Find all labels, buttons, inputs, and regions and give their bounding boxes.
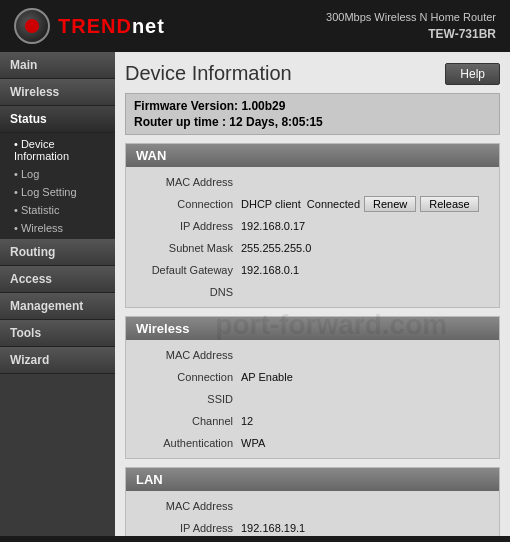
help-button[interactable]: Help bbox=[445, 63, 500, 85]
wl-mac-row: MAC Address bbox=[126, 344, 499, 366]
logo-icon bbox=[14, 8, 50, 44]
wireless-section-content: MAC Address Connection AP Enable SSID Ch… bbox=[126, 340, 499, 458]
wan-section-title: WAN bbox=[126, 144, 499, 167]
wl-ssid-row: SSID bbox=[126, 388, 499, 410]
sidebar: Main Wireless Status Device Information … bbox=[0, 52, 115, 536]
content-wrapper: Device Information Help Firmware Version… bbox=[125, 62, 500, 536]
sidebar-sub-status: Device Information Log Log Setting Stati… bbox=[0, 133, 115, 239]
sidebar-subitem-statistic[interactable]: Statistic bbox=[0, 201, 115, 219]
lan-section-content: MAC Address IP Address 192.168.19.1 Subn… bbox=[126, 491, 499, 536]
logo-text: TRENDnet bbox=[58, 15, 165, 38]
wl-auth-value: WPA bbox=[241, 437, 265, 449]
main-layout: Main Wireless Status Device Information … bbox=[0, 52, 510, 536]
wl-ssid-label: SSID bbox=[126, 393, 241, 405]
wan-dns-label: DNS bbox=[126, 286, 241, 298]
sidebar-subitem-wireless[interactable]: Wireless bbox=[0, 219, 115, 237]
content-header: Device Information Help bbox=[125, 62, 500, 85]
product-name: 300Mbps Wireless N Home Router bbox=[326, 9, 496, 26]
sidebar-item-tools[interactable]: Tools bbox=[0, 320, 115, 347]
lan-ip-label: IP Address bbox=[126, 522, 241, 534]
wan-gateway-value: 192.168.0.1 bbox=[241, 264, 299, 276]
renew-button[interactable]: Renew bbox=[364, 196, 416, 212]
wl-auth-row: Authentication WPA bbox=[126, 432, 499, 454]
footer: Copyright © 2011 TRENDnet. All Rights Re… bbox=[0, 536, 510, 542]
content-area: Device Information Help Firmware Version… bbox=[115, 52, 510, 536]
uptime-label: Router up time : bbox=[134, 115, 226, 129]
wan-subnet-row: Subnet Mask 255.255.255.0 bbox=[126, 237, 499, 259]
lan-mac-row: MAC Address bbox=[126, 495, 499, 517]
wl-connection-value: AP Enable bbox=[241, 371, 293, 383]
wireless-section: Wireless MAC Address Connection AP Enabl… bbox=[125, 316, 500, 459]
sidebar-subitem-log-setting[interactable]: Log Setting bbox=[0, 183, 115, 201]
lan-section-title: LAN bbox=[126, 468, 499, 491]
wl-connection-label: Connection bbox=[126, 371, 241, 383]
uptime-info: Router up time : 12 Days, 8:05:15 bbox=[134, 114, 491, 130]
lan-mac-label: MAC Address bbox=[126, 500, 241, 512]
firmware-value: 1.00b29 bbox=[241, 99, 285, 113]
wl-channel-label: Channel bbox=[126, 415, 241, 427]
wan-subnet-value: 255.255.255.0 bbox=[241, 242, 311, 254]
wan-gateway-label: Default Gateway bbox=[126, 264, 241, 276]
wan-mac-label: MAC Address bbox=[126, 176, 241, 188]
wan-connection-value: DHCP client Connected bbox=[241, 198, 360, 210]
wl-connection-row: Connection AP Enable bbox=[126, 366, 499, 388]
page-title: Device Information bbox=[125, 62, 292, 85]
sidebar-item-status[interactable]: Status bbox=[0, 106, 115, 133]
wan-ip-label: IP Address bbox=[126, 220, 241, 232]
lan-ip-value: 192.168.19.1 bbox=[241, 522, 305, 534]
lan-section: LAN MAC Address IP Address 192.168.19.1 … bbox=[125, 467, 500, 536]
wan-ip-row: IP Address 192.168.0.17 bbox=[126, 215, 499, 237]
logo-area: TRENDnet bbox=[14, 8, 165, 44]
sidebar-item-wizard[interactable]: Wizard bbox=[0, 347, 115, 374]
wan-section-content: MAC Address Connection DHCP client Conne… bbox=[126, 167, 499, 307]
sidebar-item-main[interactable]: Main bbox=[0, 52, 115, 79]
wan-ip-value: 192.168.0.17 bbox=[241, 220, 305, 232]
sidebar-subitem-log[interactable]: Log bbox=[0, 165, 115, 183]
info-bar: Firmware Version: 1.00b29 Router up time… bbox=[125, 93, 500, 135]
sidebar-item-access[interactable]: Access bbox=[0, 266, 115, 293]
lan-ip-row: IP Address 192.168.19.1 bbox=[126, 517, 499, 536]
wan-section: WAN MAC Address Connection DHCP client C… bbox=[125, 143, 500, 308]
wan-connection-row: Connection DHCP client Connected Renew R… bbox=[126, 193, 499, 215]
firmware-info: Firmware Version: 1.00b29 bbox=[134, 98, 491, 114]
wan-subnet-label: Subnet Mask bbox=[126, 242, 241, 254]
wl-channel-value: 12 bbox=[241, 415, 253, 427]
sidebar-subitem-device-information[interactable]: Device Information bbox=[0, 135, 115, 165]
uptime-value: 12 Days, 8:05:15 bbox=[229, 115, 322, 129]
sidebar-item-routing[interactable]: Routing bbox=[0, 239, 115, 266]
model-number: TEW-731BR bbox=[326, 25, 496, 43]
wl-mac-label: MAC Address bbox=[126, 349, 241, 361]
firmware-label: Firmware Version: bbox=[134, 99, 238, 113]
wireless-section-title: Wireless bbox=[126, 317, 499, 340]
sidebar-item-management[interactable]: Management bbox=[0, 293, 115, 320]
wan-dns-row: DNS bbox=[126, 281, 499, 303]
wl-auth-label: Authentication bbox=[126, 437, 241, 449]
wan-gateway-row: Default Gateway 192.168.0.1 bbox=[126, 259, 499, 281]
logo-text-prefix: TREND bbox=[58, 15, 132, 37]
header-info: 300Mbps Wireless N Home Router TEW-731BR bbox=[326, 9, 496, 44]
wan-mac-row: MAC Address bbox=[126, 171, 499, 193]
wl-channel-row: Channel 12 bbox=[126, 410, 499, 432]
logo-text-suffix: net bbox=[132, 15, 165, 37]
release-button[interactable]: Release bbox=[420, 196, 478, 212]
wan-connection-label: Connection bbox=[126, 198, 241, 210]
header: TRENDnet 300Mbps Wireless N Home Router … bbox=[0, 0, 510, 52]
sidebar-item-wireless[interactable]: Wireless bbox=[0, 79, 115, 106]
